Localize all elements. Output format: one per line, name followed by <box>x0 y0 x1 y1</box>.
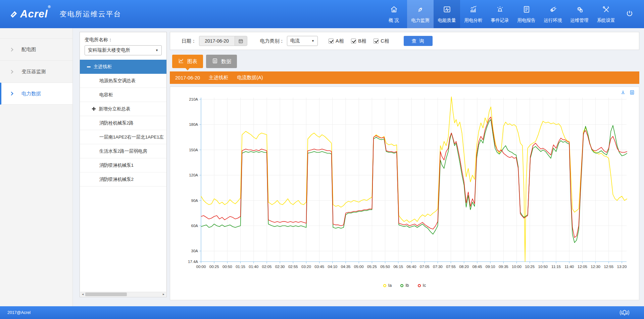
tree-item[interactable]: 地源热泵空调总表 <box>80 74 166 88</box>
date-input[interactable]: 2017-06-20 <box>199 36 235 46</box>
tree-horizontal-scrollbar[interactable]: ◄ ► <box>80 292 166 297</box>
sidebar-item[interactable]: 电力数据 <box>0 83 72 105</box>
legend-marker-icon <box>418 284 421 287</box>
svg-text:02:55: 02:55 <box>288 265 298 269</box>
svg-text:90A: 90A <box>191 199 198 203</box>
svg-text:12:05: 12:05 <box>578 265 587 269</box>
nav-label: 用电分析 <box>464 17 483 23</box>
left-sidebar: 配电图变压器监测电力数据 <box>0 28 73 306</box>
chevron-right-icon <box>9 48 13 51</box>
svg-text:01:15: 01:15 <box>236 265 245 269</box>
svg-text:00:00: 00:00 <box>196 265 206 269</box>
legend-item-Ic[interactable]: Ic <box>418 283 426 288</box>
sidebar-item[interactable]: 变压器监测 <box>0 60 72 83</box>
nav-item-plug[interactable]: 电力监测 <box>407 0 434 28</box>
date-group: 2017-06-20 <box>199 36 247 46</box>
phase-label: C相 <box>381 38 389 44</box>
legend-label: Ia <box>388 283 392 288</box>
nav-item-environment[interactable]: 运行环境 <box>540 0 566 28</box>
report-icon <box>522 5 531 15</box>
svg-text:08:20: 08:20 <box>459 265 469 269</box>
result-date: 2017-06-20 <box>175 75 200 81</box>
tree-item-label: 地源热泵空调总表 <box>99 78 136 84</box>
checkbox-icon[interactable] <box>374 39 379 44</box>
station-select[interactable]: 安科瑞新大楼变电所 ▼ <box>85 45 162 55</box>
legend-item-Ia[interactable]: Ia <box>383 283 392 288</box>
svg-text:30A: 30A <box>191 249 198 253</box>
power-type-value: 电流 <box>290 38 300 44</box>
svg-text:210A: 210A <box>189 97 198 101</box>
tree-item[interactable]: 主进线柜 <box>80 60 166 74</box>
tree-item-label: 消防喷淋机械泵2 <box>99 176 134 182</box>
scrollbar-thumb[interactable] <box>85 293 127 296</box>
logout-power-button[interactable] <box>619 0 640 28</box>
copyright-text: 2017@Acrel <box>7 310 31 315</box>
alarm-bell-icon[interactable] <box>618 308 631 317</box>
scrollbar-track[interactable] <box>85 292 161 297</box>
legend-marker-icon <box>383 284 386 287</box>
tab-chart[interactable]: 图表 <box>172 55 203 68</box>
pulse-box-icon <box>443 5 451 15</box>
tree-item[interactable]: 消防栓机械泵2路 <box>80 116 166 130</box>
expand-plus-icon[interactable] <box>92 107 96 111</box>
nav-label: 事件记录 <box>491 17 509 23</box>
nav-item-report[interactable]: 用电报告 <box>513 0 540 28</box>
sidebar-item-label: 配电图 <box>21 46 36 53</box>
download-icon[interactable] <box>620 90 626 95</box>
station-select-value: 安科瑞新大楼变电所 <box>88 47 130 53</box>
svg-text:02:30: 02:30 <box>275 265 285 269</box>
collapse-minus-icon[interactable] <box>87 66 91 67</box>
logo-text: Acrel® <box>20 8 51 20</box>
legend-marker-icon <box>400 284 403 287</box>
tree-item[interactable]: 电容柜 <box>80 88 166 102</box>
app-title: 变电所运维云平台 <box>60 9 121 19</box>
top-nav: 概 况电力监测电能质量用电分析事件记录用电报告运行环境运维管理系统设置 <box>381 0 640 28</box>
nav-item-ops-gear[interactable]: 运维管理 <box>566 0 593 28</box>
tree-item[interactable]: 一层南1APE2右一层北1APE1左 <box>80 130 166 144</box>
sidebar-item[interactable]: 配电图 <box>0 38 72 60</box>
svg-text:10:25: 10:25 <box>525 265 535 269</box>
power-type-select[interactable]: 电流 ▼ <box>287 36 318 46</box>
checkbox-icon[interactable] <box>351 39 356 44</box>
data-view-icon[interactable] <box>629 90 635 95</box>
svg-text:07:55: 07:55 <box>446 265 456 269</box>
plug-icon <box>416 5 425 15</box>
nav-item-bar-chart[interactable]: 用电分析 <box>460 0 487 28</box>
brand[interactable]: Acrel® 变电所运维云平台 <box>0 0 121 28</box>
tab-data[interactable]: 数据 <box>206 55 237 68</box>
bar-chart-icon <box>469 5 478 15</box>
svg-text:05:00: 05:00 <box>354 265 364 269</box>
svg-text:12:55: 12:55 <box>604 265 613 269</box>
nav-item-alarm[interactable]: 事件记录 <box>487 0 513 28</box>
scroll-right-arrow-icon[interactable]: ► <box>161 292 166 297</box>
tree-item[interactable]: 消防喷淋机械泵2 <box>80 172 166 187</box>
calendar-button[interactable] <box>235 36 247 46</box>
phase-checkbox-B相[interactable]: B相 <box>351 38 366 44</box>
footer: 2017@Acrel <box>0 306 644 319</box>
device-tree: 主进线柜地源热泵空调总表电容柜新增分立柜总表消防栓机械泵2路一层南1APE2右一… <box>80 60 166 187</box>
svg-text:12:30: 12:30 <box>591 265 600 269</box>
checkbox-icon[interactable] <box>329 39 334 44</box>
series-line-Ia <box>201 97 627 262</box>
svg-text:05:25: 05:25 <box>367 265 377 269</box>
query-button[interactable]: 查 询 <box>404 36 433 46</box>
svg-text:02:05: 02:05 <box>262 265 272 269</box>
nav-item-home[interactable]: 概 况 <box>381 0 407 28</box>
phase-checkbox-A相[interactable]: A相 <box>329 38 344 44</box>
scroll-left-arrow-icon[interactable]: ◄ <box>80 292 85 297</box>
query-toolbar: 日期： 2017-06-20 电力类别： 电流 ▼ A相B相C相 查 询 <box>170 32 639 50</box>
tree-item-label: 新增分立柜总表 <box>99 106 131 112</box>
nav-item-tools[interactable]: 系统设置 <box>593 0 619 28</box>
legend-item-Ib[interactable]: Ib <box>400 283 409 288</box>
phase-checkbox-group: A相B相C相 <box>329 38 396 44</box>
legend-label: Ic <box>423 283 426 288</box>
phase-checkbox-C相[interactable]: C相 <box>374 38 389 44</box>
sidebar-spacer <box>0 28 72 38</box>
tree-item-label: 一层南1APE2右一层北1APE1左 <box>99 134 164 140</box>
acrel-logo-icon <box>9 9 19 19</box>
tree-item[interactable]: 消防喷淋机械泵1 <box>80 158 166 172</box>
tree-item[interactable]: 新增分立柜总表 <box>80 102 166 116</box>
svg-text:00:25: 00:25 <box>209 265 219 269</box>
tree-item[interactable]: 生活水泵2路一层弱电房 <box>80 144 166 158</box>
nav-item-pulse-box[interactable]: 电能质量 <box>434 0 460 28</box>
